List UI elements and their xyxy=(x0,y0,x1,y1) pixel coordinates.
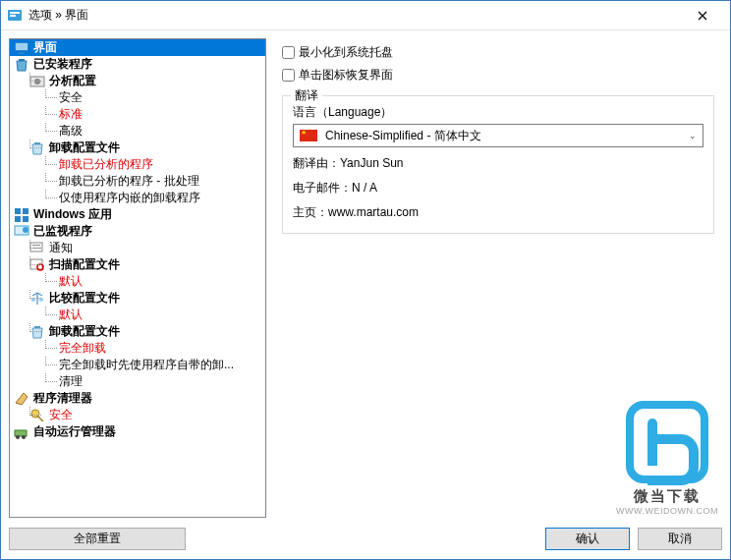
svg-rect-6 xyxy=(19,59,25,61)
translator-email: 电子邮件：N / A xyxy=(293,180,703,196)
tree-safe[interactable]: 安全 xyxy=(10,89,265,106)
close-button[interactable] xyxy=(681,2,724,29)
trash-icon xyxy=(14,57,29,73)
svg-point-26 xyxy=(16,435,20,439)
svg-rect-2 xyxy=(10,15,16,17)
reset-all-button[interactable]: 全部重置 xyxy=(9,528,186,550)
language-select[interactable]: Chinese-Simplified - 简体中文 ⌄ xyxy=(293,124,703,147)
tree-cleaner-safe[interactable]: 安全 xyxy=(10,407,265,423)
translator-homepage: 主页：www.martau.com xyxy=(293,204,703,221)
language-value: Chinese-Simplified - 简体中文 xyxy=(325,128,689,144)
translated-by: 翻译由：YanJun Sun xyxy=(293,155,703,172)
tree-full-builtin-first[interactable]: 完全卸载时先使用程序自带的卸... xyxy=(10,357,265,373)
svg-rect-10 xyxy=(15,208,21,214)
restore-checkbox[interactable] xyxy=(282,69,295,82)
language-label: 语言（Language） xyxy=(293,104,703,121)
tree-scan-config[interactable]: 扫描配置文件 xyxy=(10,256,265,273)
svg-rect-1 xyxy=(10,12,20,14)
monitor-icon xyxy=(14,40,29,56)
tree-full-uninstall[interactable]: 完全卸载 xyxy=(10,340,265,357)
svg-rect-12 xyxy=(15,216,21,222)
tree-monitored[interactable]: 已监视程序 xyxy=(10,223,265,240)
tree-windows-apps[interactable]: Windows 应用 xyxy=(10,206,265,223)
tree-cleanup[interactable]: 清理 xyxy=(10,373,265,390)
chevron-down-icon: ⌄ xyxy=(689,131,697,140)
restore-label: 单击图标恢复界面 xyxy=(299,67,393,84)
tree-uninstall-config2[interactable]: 卸载配置文件 xyxy=(10,323,265,340)
app-icon xyxy=(7,8,23,24)
tree-autorun-manager[interactable]: 自动运行管理器 xyxy=(10,423,265,440)
svg-point-27 xyxy=(22,435,26,439)
china-flag-icon xyxy=(300,130,317,141)
svg-point-15 xyxy=(23,227,28,233)
autorun-icon xyxy=(14,424,29,440)
minimize-label: 最小化到系统托盘 xyxy=(299,44,393,61)
tree-default1[interactable]: 默认 xyxy=(10,273,265,290)
tree-notifications[interactable]: 通知 xyxy=(10,240,265,256)
settings-panel: 最小化到系统托盘 单击图标恢复界面 翻译 语言（Language） Chines… xyxy=(274,38,722,518)
svg-rect-5 xyxy=(19,52,25,54)
svg-rect-13 xyxy=(23,216,28,222)
footer: 全部重置 确认 取消 xyxy=(1,518,730,559)
tree-uninstall-config[interactable]: 卸载配置文件 xyxy=(10,140,265,156)
minimize-checkbox[interactable] xyxy=(282,46,295,59)
tree-program-cleaner[interactable]: 程序清理器 xyxy=(10,390,265,407)
tree-uninstall-analyzed[interactable]: 卸载已分析的程序 xyxy=(10,156,265,173)
tree-compare-config[interactable]: 比较配置文件 xyxy=(10,290,265,307)
tree-uninstall-batch[interactable]: 卸载已分析的程序 - 批处理 xyxy=(10,173,265,190)
monitor2-icon xyxy=(14,224,29,240)
titlebar-text: 选项 » 界面 xyxy=(28,7,681,24)
settings-tree[interactable]: 界面 已安装程序 分析配置 安全 标准 高级 卸载配置文件 卸载已分析的程序 xyxy=(9,38,266,518)
translation-group-title: 翻译 xyxy=(291,87,322,104)
translation-group: 翻译 语言（Language） Chinese-Simplified - 简体中… xyxy=(282,95,714,234)
tree-installed-programs[interactable]: 已安装程序 xyxy=(10,56,265,73)
broom-icon xyxy=(14,391,29,407)
svg-rect-11 xyxy=(23,208,28,214)
tree-advanced[interactable]: 高级 xyxy=(10,123,265,140)
tree-interface[interactable]: 界面 xyxy=(10,39,265,56)
tree-default2[interactable]: 默认 xyxy=(10,307,265,323)
restore-checkbox-row[interactable]: 单击图标恢复界面 xyxy=(282,67,714,84)
svg-rect-4 xyxy=(16,43,28,50)
tree-analysis-config[interactable]: 分析配置 xyxy=(10,73,265,89)
tree-standard[interactable]: 标准 xyxy=(10,106,265,123)
ok-button[interactable]: 确认 xyxy=(545,528,630,550)
minimize-checkbox-row[interactable]: 最小化到系统托盘 xyxy=(282,44,714,61)
svg-rect-25 xyxy=(15,430,27,436)
cancel-button[interactable]: 取消 xyxy=(638,528,722,550)
tree-only-builtin[interactable]: 仅使用程序内嵌的卸载程序 xyxy=(10,190,265,206)
windows-icon xyxy=(14,207,29,223)
titlebar: 选项 » 界面 xyxy=(1,1,730,30)
